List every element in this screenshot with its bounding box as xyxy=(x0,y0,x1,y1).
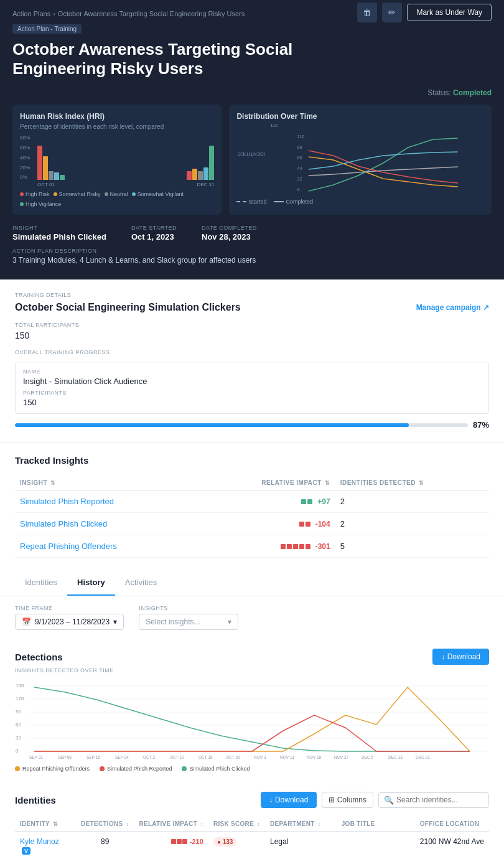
svg-text:110: 110 xyxy=(297,134,305,139)
action-description: ACTION PLAN DESCRIPTION 3 Training Modul… xyxy=(12,248,492,265)
identities-header: Identities ↓ Download ⊞ Columns 🔍 xyxy=(15,792,489,808)
insights-select[interactable]: Select insights... ▾ xyxy=(139,614,238,630)
time-frame-field: TIME FRAME 📅 9/1/2023 – 11/28/2023 ▾ xyxy=(15,605,124,630)
participants-value: 150 xyxy=(15,331,489,340)
svg-text:NOV 18: NOV 18 xyxy=(307,755,322,759)
svg-text:DEC 13: DEC 13 xyxy=(388,755,403,759)
col-risk-score[interactable]: RISK SCORE ↕ xyxy=(208,817,265,832)
detections-svg: 150 120 90 60 30 0 SEP 01 xyxy=(15,681,489,762)
search-icon: 🔍 xyxy=(384,796,394,805)
time-frame-value: 9/1/2023 – 11/28/2023 xyxy=(35,617,110,626)
detection-count: 89 xyxy=(76,832,134,859)
time-frame-input[interactable]: 📅 9/1/2023 – 11/28/2023 ▾ xyxy=(15,614,124,630)
svg-text:OCT 10: OCT 10 xyxy=(170,755,184,759)
tab-activities[interactable]: Activities xyxy=(115,570,167,596)
participants-label: TOTAL PARTICIPANTS xyxy=(15,322,489,328)
detections-section: Detections ↓ Download INSIGHTS DETECTED … xyxy=(0,639,504,782)
training-section: TRAINING DETAILS October Social Engineer… xyxy=(0,279,504,443)
col-identities[interactable]: IDENTITIES DETECTED ⇅ xyxy=(335,476,489,491)
identity-row: Kyle Munoz V 89 -210 ● 133 Legal 2100 NW… xyxy=(15,832,489,859)
search-input[interactable] xyxy=(396,796,483,804)
date-completed-field: DATE COMPLETED Nov 28, 2023 xyxy=(202,225,257,242)
tab-identities[interactable]: Identities xyxy=(15,570,67,596)
progress-box: NAME Insight - Simulation Click Audience… xyxy=(15,362,489,414)
manage-campaign-link[interactable]: Manage campaign ↗ xyxy=(416,303,489,312)
svg-text:OCT 26: OCT 26 xyxy=(226,755,240,759)
svg-text:NOV 11: NOV 11 xyxy=(280,755,295,759)
svg-text:90: 90 xyxy=(16,709,21,715)
progress-bar-fill xyxy=(15,423,409,427)
svg-text:SEP 08: SEP 08 xyxy=(58,755,72,759)
col-department[interactable]: DEPARTMENT ↕ xyxy=(265,817,337,832)
training-title: October Social Engineering Simulation Cl… xyxy=(15,302,241,313)
content-area: TRAINING DETAILS October Social Engineer… xyxy=(0,279,504,859)
identity-name[interactable]: Kyle Munoz xyxy=(20,837,59,846)
status-line: Status: Completed xyxy=(12,88,492,97)
svg-text:88: 88 xyxy=(297,145,302,149)
col-job-title[interactable]: JOB TITLE xyxy=(337,817,415,832)
col-impact[interactable]: RELATIVE IMPACT ⇅ xyxy=(207,476,335,491)
detections-legend: Repeat Phishing Offenders Simulated Phis… xyxy=(15,766,489,772)
hri-title: Human Risk Index (HRI) xyxy=(20,112,214,121)
delete-button[interactable]: 🗑 xyxy=(357,2,377,22)
tracked-name[interactable]: Simulated Phish Clicked xyxy=(15,513,190,535)
dist-legend: Started Completed xyxy=(236,199,484,205)
svg-text:SEP 24: SEP 24 xyxy=(115,755,129,759)
tab-history[interactable]: History xyxy=(67,570,115,596)
breadcrumb-current: October Awareness Targeting Social Engin… xyxy=(58,10,245,17)
svg-text:0: 0 xyxy=(16,748,19,754)
breadcrumb-parent[interactable]: Action Plans xyxy=(12,10,50,17)
tabs-row: Identities History Activities xyxy=(0,570,504,596)
date-started-field: DATE STARTED Oct 1, 2023 xyxy=(131,225,177,242)
col-office[interactable]: OFFICE LOCATION xyxy=(415,817,489,832)
identities-section: Identities ↓ Download ⊞ Columns 🔍 IDENTI… xyxy=(0,782,504,859)
svg-text:DEC 21: DEC 21 xyxy=(416,755,430,759)
progress-percent: 87% xyxy=(473,420,489,430)
tracked-insights-section: Tracked Insights INSIGHT ⇅ RELATIVE IMPA… xyxy=(0,443,504,570)
identities-title: Identities xyxy=(15,795,56,805)
svg-text:0: 0 xyxy=(297,187,300,192)
svg-text:OCT 2: OCT 2 xyxy=(143,755,155,759)
dist-title: Distribution Over Time xyxy=(236,112,484,121)
insights-field: INSIGHTS Select insights... ▾ xyxy=(139,605,238,630)
svg-text:66: 66 xyxy=(297,156,302,160)
mark-underway-button[interactable]: Mark as Under Way xyxy=(407,4,492,21)
page-title: October Awareness Targeting Social Engin… xyxy=(12,40,299,78)
tracked-row: Repeat Phishing Offenders -301 5 xyxy=(15,535,489,558)
edit-button[interactable]: ✏ xyxy=(382,2,402,22)
detections-chart: 150 120 90 60 30 0 SEP 01 xyxy=(15,681,489,762)
progress-bar-row: 87% xyxy=(15,420,489,430)
status-value: Completed xyxy=(453,88,492,97)
training-badge: Action Plan - Training xyxy=(12,24,82,34)
tracked-title: Tracked Insights xyxy=(15,455,489,466)
detections-header: Detections ↓ Download xyxy=(15,649,489,665)
svg-text:22: 22 xyxy=(297,177,302,181)
svg-text:30: 30 xyxy=(16,735,21,741)
svg-text:150: 150 xyxy=(16,683,24,688)
col-detections[interactable]: DETECTIONS ↕ xyxy=(76,817,134,832)
filter-row: TIME FRAME 📅 9/1/2023 – 11/28/2023 ▾ INS… xyxy=(0,596,504,639)
detections-download-button[interactable]: ↓ Download xyxy=(432,649,489,665)
svg-text:SEP 01: SEP 01 xyxy=(29,755,43,759)
hri-chart-box: Human Risk Index (HRI) Percentage of ide… xyxy=(12,105,222,215)
col-relative-impact[interactable]: RELATIVE IMPACT ↕ xyxy=(134,817,208,832)
col-insight[interactable]: INSIGHT ⇅ xyxy=(15,476,190,491)
tracked-name[interactable]: Simulated Phish Reported xyxy=(15,491,190,513)
tracked-name[interactable]: Repeat Phishing Offenders xyxy=(15,535,190,558)
progress-name-value: Insight - Simulation Click Audience xyxy=(23,377,481,386)
hri-subtitle: Percentage of identities in each risk le… xyxy=(20,123,214,130)
insight-row: INSIGHT Simulated Phish Clicked DATE STA… xyxy=(12,225,492,242)
svg-text:DEC 5: DEC 5 xyxy=(362,755,374,759)
progress-participants-value: 150 xyxy=(23,398,481,407)
insight-field: INSIGHT Simulated Phish Clicked xyxy=(12,225,106,242)
detections-subtitle: INSIGHTS DETECTED OVER TIME xyxy=(15,667,489,674)
training-meta: TRAINING DETAILS xyxy=(15,292,489,298)
top-header: Action Plans › October Awareness Targeti… xyxy=(0,0,504,279)
columns-button[interactable]: ⊞ Columns xyxy=(322,792,373,808)
identities-download-button[interactable]: ↓ Download xyxy=(261,792,317,808)
search-box[interactable]: 🔍 xyxy=(378,792,489,808)
col-identity[interactable]: IDENTITY ⇅ xyxy=(15,817,76,832)
svg-text:SEP 16: SEP 16 xyxy=(86,755,100,759)
svg-text:60: 60 xyxy=(16,722,21,728)
svg-text:44: 44 xyxy=(297,166,302,171)
